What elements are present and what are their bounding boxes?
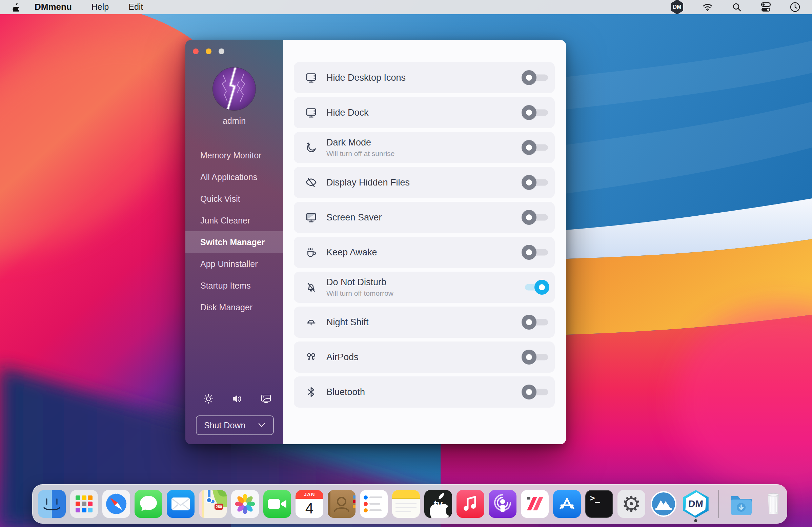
sidebar-nav: Memory Monitor All Applications Quick Vi… [185,144,283,318]
sidebar-item-memory-monitor[interactable]: Memory Monitor [185,144,283,166]
switch-label: Keep Awake [327,247,377,258]
shutdown-label: Shut Down [204,421,245,430]
chevron-down-icon [258,423,266,428]
dock-calendar-icon[interactable]: JAN 4 [295,490,323,518]
username: admin [185,116,283,126]
switch-label: AirPods [327,352,359,362]
switch-label: Display Hidden Files [327,177,410,188]
sidebar-item-switch-manager[interactable]: Switch Manager [185,231,283,253]
apple-logo [424,490,452,518]
dock-maps-icon[interactable]: 280 [199,490,227,518]
switch-label: Night Shift [327,317,369,328]
dock-mail-icon[interactable] [167,490,194,518]
search-icon[interactable] [731,2,742,13]
dock-news-icon[interactable] [521,490,549,518]
dark-mode-toggle[interactable] [524,140,548,155]
switch-sublabel: Will turn off at sunrise [327,149,395,158]
avatar [213,68,256,110]
dock-contacts-icon[interactable] [328,490,356,518]
menu-help[interactable]: Help [91,2,109,12]
volume-icon[interactable] [231,393,243,405]
quick-controls [202,393,272,405]
switch-row-do-not-disturb: Do Not Disturb Will turn off tomorrow [294,272,555,303]
svg-text:280: 280 [216,504,222,509]
calendar-month: JAN [295,490,323,499]
menu-bar: DMmenu Help Edit DM [0,0,812,14]
dock-terminal-icon[interactable]: >_ [585,490,613,518]
sunset-icon [305,316,318,329]
switch-label: Hide Dock [327,108,369,118]
switch-row-airpods: AirPods [294,342,555,373]
menu-edit[interactable]: Edit [128,2,143,12]
switch-sublabel: Will turn off tomorrow [327,289,393,297]
terminal-prompt: >_ [590,494,600,503]
sidebar: admin Memory Monitor All Applications Qu… [185,40,283,444]
bell-slash-icon [305,281,318,294]
dock-trash-icon[interactable] [759,490,787,518]
shutdown-button[interactable]: Shut Down [196,415,274,435]
dock-app-cleaner-icon[interactable] [650,490,678,518]
sidebar-item-quick-visit[interactable]: Quick Visit [185,188,283,210]
dm-logo: DM [684,492,708,516]
dock-notes-icon[interactable] [392,490,420,518]
switch-label: Screen Saver [327,212,382,223]
night-shift-toggle[interactable] [524,314,548,330]
control-center-icon[interactable] [760,2,771,13]
switch-row-dark-mode: Dark Mode Will turn off at sunrise [294,132,555,163]
apple-menu-icon[interactable] [12,2,20,12]
dock: 280 [32,484,787,524]
switch-row-night-shift: Night Shift [294,307,555,338]
running-indicator [694,519,697,522]
switch-label: Bluetooth [327,387,365,397]
brightness-icon[interactable] [202,393,215,405]
desktop: DMmenu Help Edit DM [0,0,812,527]
desktop-icon [305,71,318,84]
app-menu-title[interactable]: DMmenu [34,2,72,12]
eye-slash-icon [305,176,318,189]
display-hidden-files-toggle[interactable] [524,175,548,190]
coffee-cup-icon [305,246,318,259]
sidebar-item-all-applications[interactable]: All Applications [185,166,283,188]
dock-photos-icon[interactable] [231,490,259,518]
dock-launchpad-icon[interactable] [70,490,98,518]
dock-facetime-icon[interactable] [263,490,291,518]
clock-icon[interactable] [789,2,800,13]
hide-dock-toggle[interactable] [524,105,548,120]
dock-tv-icon[interactable]: tv [424,490,452,518]
switch-manager-panel: Hide Desktop Icons Hide Dock [283,40,566,444]
dock-podcasts-icon[interactable] [489,490,517,518]
screen-saver-toggle[interactable] [524,210,548,225]
dock-separator [718,490,719,518]
switch-row-bluetooth: Bluetooth [294,376,555,408]
sidebar-item-junk-cleaner[interactable]: Junk Cleaner [185,210,283,231]
dock-reminders-icon[interactable] [360,490,388,518]
hide-desktop-icons-toggle[interactable] [524,70,548,85]
close-button[interactable] [193,48,199,54]
sidebar-item-startup-items[interactable]: Startup Items [185,275,283,296]
do-not-disturb-toggle[interactable] [524,280,548,295]
dock-safari-icon[interactable] [102,490,130,518]
minimize-button[interactable] [206,48,212,54]
gear-icon: ⚙ [618,490,645,518]
dock-app-store-icon[interactable] [553,490,581,518]
dmmenu-status-icon[interactable]: DM [670,0,684,15]
dock-messages-icon[interactable] [134,490,162,518]
traffic-lights [193,48,224,54]
dock-system-preferences-icon[interactable]: ⚙ [618,490,645,518]
sidebar-item-disk-manager[interactable]: Disk Manager [185,296,283,318]
dock-downloads-folder-icon[interactable] [727,490,755,518]
bluetooth-toggle[interactable] [524,384,548,400]
display-settings-icon[interactable] [260,393,272,405]
airpods-toggle[interactable] [524,349,548,365]
dock-finder-icon[interactable] [38,490,66,518]
dock-music-icon[interactable] [456,490,484,518]
dock-monitor-icon [305,106,318,119]
keep-awake-toggle[interactable] [524,244,548,260]
dmmenu-window: admin Memory Monitor All Applications Qu… [185,40,566,444]
sidebar-item-app-uninstaller[interactable]: App Uninstaller [185,253,283,275]
switch-label: Hide Desktop Icons [327,73,406,83]
screen-saver-icon [305,211,318,224]
zoom-button[interactable] [219,48,224,54]
dock-dmmenu-icon[interactable]: DM [682,490,710,518]
wifi-icon[interactable] [702,2,713,13]
